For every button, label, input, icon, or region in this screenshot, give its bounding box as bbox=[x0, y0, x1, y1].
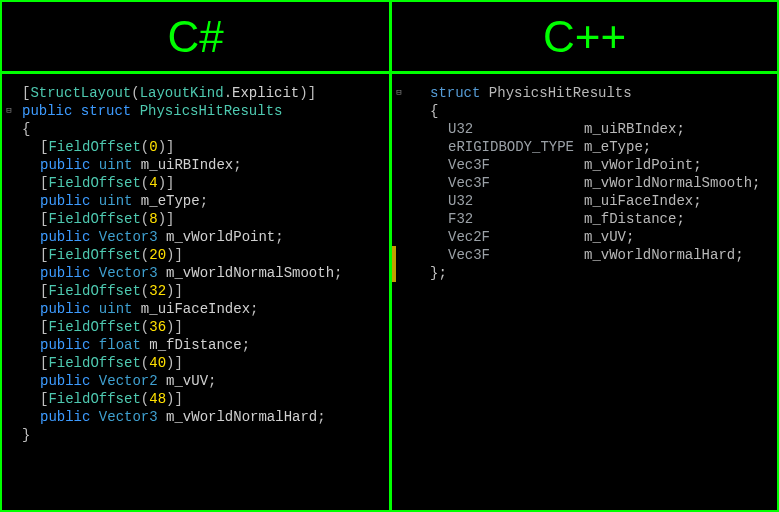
code-line: [StructLayout(LayoutKind.Explicit)] bbox=[22, 84, 385, 102]
code-line: [FieldOffset(4)] bbox=[22, 174, 385, 192]
left-header: C# bbox=[2, 2, 389, 74]
code-line: [FieldOffset(8)] bbox=[22, 210, 385, 228]
code-line: Vec3Fm_vWorldNormalSmooth; bbox=[412, 174, 773, 192]
code-line: public Vector2 m_vUV; bbox=[22, 372, 385, 390]
code-line: Vec2Fm_vUV; bbox=[412, 228, 773, 246]
fold-minus-icon[interactable]: ⊟ bbox=[392, 84, 406, 102]
code-line: F32m_fDistance; bbox=[412, 210, 773, 228]
csharp-code[interactable]: ⊟ [StructLayout(LayoutKind.Explicit)]pub… bbox=[2, 74, 389, 510]
code-line: [FieldOffset(48)] bbox=[22, 390, 385, 408]
code-line: { bbox=[412, 102, 773, 120]
code-line: [FieldOffset(20)] bbox=[22, 246, 385, 264]
code-line: public Vector3 m_vWorldPoint; bbox=[22, 228, 385, 246]
code-line: public uint m_uiRBIndex; bbox=[22, 156, 385, 174]
change-marker bbox=[392, 246, 396, 282]
left-title: C# bbox=[167, 12, 223, 62]
code-line: public float m_fDistance; bbox=[22, 336, 385, 354]
code-line: eRIGIDBODY_TYPEm_eType; bbox=[412, 138, 773, 156]
fold-minus-icon[interactable]: ⊟ bbox=[2, 102, 16, 120]
code-line: { bbox=[22, 120, 385, 138]
code-line: public Vector3 m_vWorldNormalSmooth; bbox=[22, 264, 385, 282]
code-line: [FieldOffset(0)] bbox=[22, 138, 385, 156]
code-line: [FieldOffset(40)] bbox=[22, 354, 385, 372]
right-pane: C++ ⊟ struct PhysicsHitResults{U32m_uiRB… bbox=[392, 2, 777, 510]
code-line: U32m_uiFaceIndex; bbox=[412, 192, 773, 210]
code-line: struct PhysicsHitResults bbox=[412, 84, 773, 102]
right-header: C++ bbox=[392, 2, 777, 74]
code-line: [FieldOffset(32)] bbox=[22, 282, 385, 300]
code-line: [FieldOffset(36)] bbox=[22, 318, 385, 336]
code-line: U32m_uiRBIndex; bbox=[412, 120, 773, 138]
code-line: }; bbox=[412, 264, 773, 282]
code-line: public uint m_uiFaceIndex; bbox=[22, 300, 385, 318]
comparison-layout: C# ⊟ [StructLayout(LayoutKind.Explicit)]… bbox=[2, 2, 777, 510]
code-line: Vec3Fm_vWorldPoint; bbox=[412, 156, 773, 174]
code-line: public uint m_eType; bbox=[22, 192, 385, 210]
right-gutter: ⊟ bbox=[392, 84, 406, 102]
code-line: Vec3Fm_vWorldNormalHard; bbox=[412, 246, 773, 264]
code-line: public Vector3 m_vWorldNormalHard; bbox=[22, 408, 385, 426]
left-pane: C# ⊟ [StructLayout(LayoutKind.Explicit)]… bbox=[2, 2, 392, 510]
right-title: C++ bbox=[543, 12, 626, 62]
code-line: public struct PhysicsHitResults bbox=[22, 102, 385, 120]
code-line: } bbox=[22, 426, 385, 444]
left-gutter: ⊟ bbox=[2, 84, 16, 120]
cpp-code[interactable]: ⊟ struct PhysicsHitResults{U32m_uiRBInde… bbox=[392, 74, 777, 510]
